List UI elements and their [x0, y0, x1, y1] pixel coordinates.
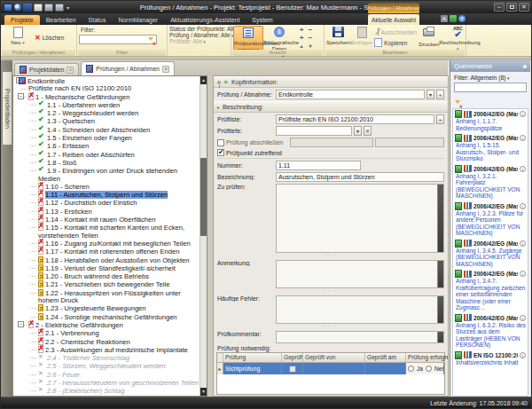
splitter-grip[interactable] [214, 290, 448, 294]
ribbon-tab[interactable]: Bearbeiten [40, 15, 82, 25]
export-icon[interactable] [55, 4, 64, 12]
section-link[interactable]: Anhang I, 3.2.1. Fahrerplatz (BEWEGLICHK… [456, 173, 526, 200]
tab-pruefungen-abnahmen[interactable]: Prüfungen / Abnahmen ✕ [81, 61, 175, 75]
close-button[interactable]: ✕ [519, 3, 529, 12]
close-tab-icon[interactable]: ✕ [66, 67, 74, 74]
ribbon-tab[interactable]: Aktualisierungs-Assistent [164, 15, 246, 25]
tree-item[interactable]: −1.19 - Verlust der Standfestigkeit/-sic… [14, 264, 199, 272]
ribbon-tab[interactable]: NormManager [112, 15, 164, 25]
tree-item[interactable]: −1.23 - Ungesteuerte Bewegungen [14, 304, 199, 312]
speichern-button[interactable]: Speichern [326, 26, 351, 46]
geprueft-von-cell[interactable] [303, 363, 365, 374]
zoom-out-button[interactable]: − [306, 35, 315, 43]
dropdown-arrow-icon[interactable]: ▾ [354, 126, 362, 136]
pin-icon[interactable] [217, 81, 221, 84]
ja-radio[interactable] [408, 366, 414, 372]
abschluss-datum-field[interactable] [290, 138, 373, 147]
table-column-header[interactable]: Prüfung [223, 353, 282, 362]
info-icon[interactable]: i [520, 240, 526, 247]
tree-item[interactable]: −Prüfliste nach EN ISO 12100:2010 [14, 85, 199, 92]
zu-pruefen-textarea[interactable] [276, 184, 444, 253]
pruefpunkt-zutreffend-checkbox[interactable] [217, 149, 224, 156]
theme-icon[interactable] [450, 15, 457, 22]
dropdown-arrow-icon[interactable]: ▾ [426, 90, 434, 99]
tree-expander-icon[interactable]: − [18, 93, 24, 99]
style-icon[interactable]: A [441, 15, 448, 22]
table-column-header[interactable]: Geprüft von [303, 353, 365, 362]
pruefung-abschliessen-checkbox[interactable] [217, 139, 224, 146]
info-icon[interactable]: i [520, 315, 526, 321]
ribbon-tab[interactable]: Projekte [4, 15, 40, 25]
tree-item[interactable]: −1.24 - Sonstige mechanische Gefährdunge… [14, 313, 199, 321]
section-link[interactable]: Inhaltsverzeichnis Inhalt [456, 359, 526, 366]
tab-aktuelle-auswahl[interactable]: Aktuelle Auswahl [368, 14, 419, 25]
table-column-header[interactable]: Geprüft am [365, 353, 406, 362]
add-pruefung-button[interactable]: + [436, 90, 444, 99]
info-icon[interactable]: i [520, 135, 526, 141]
tree-expander-icon[interactable]: − [18, 321, 24, 327]
table-column-header[interactable]: Prüfung erfolgreich [406, 353, 449, 362]
close-tab-icon[interactable]: ✕ [162, 66, 169, 73]
tree-scrollbar[interactable]: ▲ ▼ [200, 76, 207, 396]
pin-icon[interactable] [523, 65, 527, 68]
tab-projektleitfaden[interactable]: Projektleitfaden [2, 71, 12, 146]
loeschen-button[interactable]: ✕ Löschen [33, 33, 66, 43]
save-icon[interactable] [23, 4, 32, 12]
pruefliste-input[interactable]: Prüfliste nach EN ISO 12100:2010 [276, 114, 434, 124]
querverweise-search-input[interactable] [454, 83, 527, 92]
maximize-button[interactable] [506, 3, 517, 12]
abschluss-von-field[interactable] [375, 138, 444, 147]
section-kopfinformation[interactable]: ✳ Kopfinformation: [214, 76, 448, 88]
section-link[interactable]: Anhang I, 3.2.3. Plätze für andere Perso… [456, 210, 526, 237]
tree-item[interactable]: −1.20 - Bruch während des Betriebs [14, 272, 199, 280]
ribbon-tab[interactable]: Status [82, 15, 113, 25]
kopieren-button[interactable]: Kopieren [372, 37, 419, 48]
nein-radio[interactable] [426, 366, 432, 372]
ausschneiden-button[interactable]: Ausschneiden [372, 28, 419, 36]
section-link[interactable]: Anhang I, 3.4.5. Zugänge (BEWEGLICHKEIT … [456, 248, 526, 268]
info-icon[interactable]: i [520, 352, 526, 358]
tab-projektdaten[interactable]: Projektdaten ✕ [14, 63, 79, 75]
neu-button[interactable]: Neu ▾ [3, 26, 33, 46]
geprueft-checkbox[interactable] [289, 366, 296, 373]
tree-item[interactable]: −1.17 - Kontakt mit rotierenden offenen … [14, 248, 199, 256]
qat-customize-arrow-icon[interactable]: ▾ [66, 4, 69, 11]
status-filter-dropdown[interactable]: Prüfung / Abnahme: Alle [169, 32, 240, 38]
clear-x-icon[interactable]: ✕ [364, 126, 372, 136]
add-pruefliste-button[interactable]: + [436, 114, 444, 124]
search-icon[interactable] [14, 4, 21, 11]
info-icon[interactable]: i [520, 111, 526, 117]
table-column-header[interactable]: Geprüft [282, 353, 303, 362]
prueftiefe-combo[interactable] [276, 126, 352, 136]
status-filter-dropdown[interactable]: Status der Prüfpunkte: Alle [169, 26, 240, 32]
haeufige-fehler-textarea[interactable] [276, 295, 444, 324]
pruefung-abnahme-input[interactable]: Endkontrolle [276, 90, 425, 99]
rechtschreibung-button[interactable]: ABC✔ Rechtschreibung ▾ [439, 26, 476, 51]
geprueft-am-cell[interactable] [365, 363, 406, 374]
section-link[interactable]: Anhang I, 6.3.2. Risiko des Sturzes aus … [456, 322, 526, 349]
bezeichnung-input[interactable]: Ausrutschen, Stolpern und Stürzen [276, 172, 444, 182]
scroll-thumb[interactable] [200, 158, 207, 236]
tree-item[interactable]: −1.18 - Herabfallen oder Ausstoßen von O… [14, 256, 199, 264]
nummer-input[interactable]: 1.11 [276, 161, 361, 170]
tree-item[interactable]: −1.21 - Verschieben sich bewegender Teil… [14, 280, 199, 288]
pruefkommentar-textarea[interactable] [276, 331, 444, 343]
anmerkung-textarea[interactable] [276, 260, 444, 288]
table-row-sichtpruefung[interactable]: ▸ Sichtprüfung Ja Nein [217, 363, 444, 374]
tree-item[interactable]: −1.22 - Herausspritzen von Flüssigkeiten… [14, 289, 199, 305]
status-filter-dropdown[interactable]: Prüfliste: Alle [169, 38, 240, 44]
clear-filter-funnel-icon[interactable] [454, 95, 463, 104]
info-icon[interactable]: i [520, 271, 526, 277]
minimize-button[interactable]: – [494, 3, 505, 12]
splitter-grip[interactable] [214, 326, 448, 329]
querverweise-filter-dropdown[interactable]: Filter: Allgemein (8) [454, 75, 527, 81]
filter-input[interactable] [79, 35, 157, 44]
section-link[interactable]: Anhang I, 1.1.7. Bedienungsplätze [456, 118, 526, 131]
splitter-grip[interactable] [214, 255, 448, 258]
einfuegen-button[interactable]: Einfügen [351, 26, 372, 46]
scroll-down-icon[interactable]: ▼ [200, 388, 207, 396]
zoom-in-button[interactable]: + [297, 35, 306, 43]
info-icon[interactable]: i [520, 166, 526, 172]
help-icon[interactable]: ? [458, 15, 466, 22]
scroll-up-icon[interactable]: ▲ [200, 76, 207, 84]
